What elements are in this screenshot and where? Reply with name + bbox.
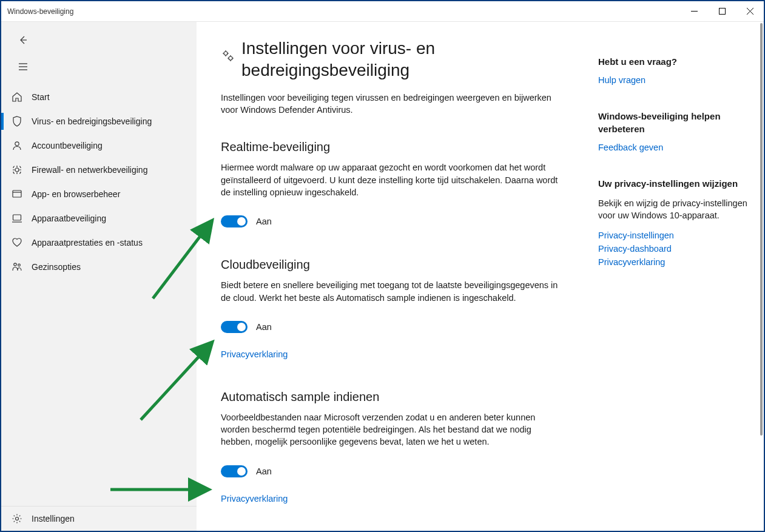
toggle-cloud[interactable] <box>221 321 248 333</box>
sidebar-item-device[interactable]: Apparaatbeveiliging <box>1 206 197 231</box>
window-controls <box>680 1 764 22</box>
section-sample: Automatisch sample indienen Voorbeeldbes… <box>221 390 562 504</box>
section-realtime: Realtime-beveiliging Hiermee wordt malwa… <box>221 140 562 227</box>
section-title: Cloudbeveiliging <box>221 258 562 272</box>
sidebar-item-virus[interactable]: Virus- en bedreigingsbeveiliging <box>1 109 197 133</box>
section-title: Realtime-beveiliging <box>221 140 562 154</box>
sidebar-item-family[interactable]: Gezinsopties <box>1 255 197 279</box>
sidebar-item-label: App- en browserbeheer <box>32 189 120 199</box>
scrollbar[interactable] <box>760 23 763 436</box>
device-icon <box>11 212 23 224</box>
section-title: Automatisch sample indienen <box>221 390 562 404</box>
aside-description: Bekijk en wijzig de privacy-instellingen… <box>598 197 756 222</box>
sidebar-item-label: Gezinsopties <box>32 262 81 272</box>
back-button[interactable] <box>11 28 35 52</box>
gear-icon <box>11 513 23 525</box>
app-icon <box>11 188 23 200</box>
svg-rect-1 <box>719 8 725 15</box>
aside-title: Windows-beveiliging helpen verbeteren <box>598 110 756 135</box>
privacy-statement-link[interactable]: Privacyverklaring <box>221 494 288 503</box>
shield-icon <box>11 115 23 127</box>
minimize-button[interactable] <box>680 1 708 22</box>
main-content: Instellingen voor virus- en bedreigingsb… <box>197 22 764 531</box>
svg-rect-10 <box>13 190 21 197</box>
aside-question: Hebt u een vraag? Hulp vragen <box>598 56 756 85</box>
toggle-state-label: Aan <box>256 466 272 476</box>
page-header: Instellingen voor virus- en bedreigingsb… <box>221 38 562 82</box>
sidebar-item-start[interactable]: Start <box>1 85 197 109</box>
privacy-statement-link[interactable]: Privacyverklaring <box>598 257 756 267</box>
sidebar-item-label: Firewall- en netwerkbeveiliging <box>32 165 147 175</box>
help-link[interactable]: Hulp vragen <box>598 75 756 85</box>
feedback-link[interactable]: Feedback geven <box>598 143 756 152</box>
aside-title: Hebt u een vraag? <box>598 56 756 68</box>
titlebar: Windows-beveiliging <box>1 1 764 22</box>
person-icon <box>11 140 23 152</box>
aside-privacy: Uw privacy-instellingen wijzigen Bekijk … <box>598 178 756 267</box>
sidebar-item-label: Apparaatbeveiliging <box>32 214 106 223</box>
close-button[interactable] <box>736 1 764 22</box>
svg-rect-12 <box>13 215 21 220</box>
maximize-button[interactable] <box>708 1 736 22</box>
page-title: Instellingen voor virus- en bedreigingsb… <box>241 38 562 82</box>
toggle-realtime[interactable] <box>221 215 248 227</box>
toggle-state-label: Aan <box>256 217 272 226</box>
firewall-icon <box>11 164 23 176</box>
gears-icon <box>221 49 235 66</box>
svg-point-9 <box>15 168 19 172</box>
section-description: Voorbeeldbestanden naar Microsoft verzen… <box>221 411 562 448</box>
heart-icon <box>11 237 23 249</box>
privacy-dashboard-link[interactable]: Privacy-dashboard <box>598 244 756 254</box>
sidebar-item-settings[interactable]: Instellingen <box>1 507 197 531</box>
svg-point-14 <box>14 263 16 266</box>
aside-panel: Hebt u een vraag? Hulp vragen Windows-be… <box>598 38 756 519</box>
svg-point-15 <box>18 264 21 266</box>
privacy-statement-link[interactable]: Privacyverklaring <box>221 349 288 359</box>
section-description: Biedt betere en snellere beveiliging met… <box>221 279 562 304</box>
sidebar-item-app-browser[interactable]: App- en browserbeheer <box>1 182 197 206</box>
section-description: Hiermee wordt malware op uw apparaat gez… <box>221 161 562 198</box>
sidebar: Start Virus- en bedreigingsbeveiliging A… <box>1 22 197 531</box>
svg-point-18 <box>229 56 232 60</box>
hamburger-button[interactable] <box>11 55 35 79</box>
svg-point-8 <box>15 142 19 146</box>
aside-improve: Windows-beveiliging helpen verbeteren Fe… <box>598 110 756 152</box>
sidebar-item-performance[interactable]: Apparaatprestaties en -status <box>1 231 197 255</box>
aside-title: Uw privacy-instellingen wijzigen <box>598 178 756 190</box>
sidebar-item-label: Start <box>32 92 50 102</box>
window-title: Windows-beveiliging <box>7 7 73 16</box>
sidebar-item-label: Accountbeveiliging <box>32 141 103 150</box>
sidebar-item-label: Apparaatprestaties en -status <box>32 238 143 247</box>
svg-point-17 <box>224 52 227 55</box>
family-icon <box>11 261 23 273</box>
sidebar-item-label: Instellingen <box>32 514 75 524</box>
section-cloud: Cloudbeveiliging Biedt betere en sneller… <box>221 258 562 360</box>
home-icon <box>11 91 23 103</box>
sidebar-item-firewall[interactable]: Firewall- en netwerkbeveiliging <box>1 158 197 182</box>
sidebar-item-label: Virus- en bedreigingsbeveiliging <box>32 116 152 126</box>
svg-point-16 <box>16 517 19 520</box>
toggle-state-label: Aan <box>256 322 272 332</box>
privacy-settings-link[interactable]: Privacy-instellingen <box>598 231 756 240</box>
sidebar-item-account[interactable]: Accountbeveiliging <box>1 133 197 158</box>
toggle-sample[interactable] <box>221 465 248 477</box>
page-description: Instellingen voor beveiliging tegen viru… <box>221 92 562 116</box>
